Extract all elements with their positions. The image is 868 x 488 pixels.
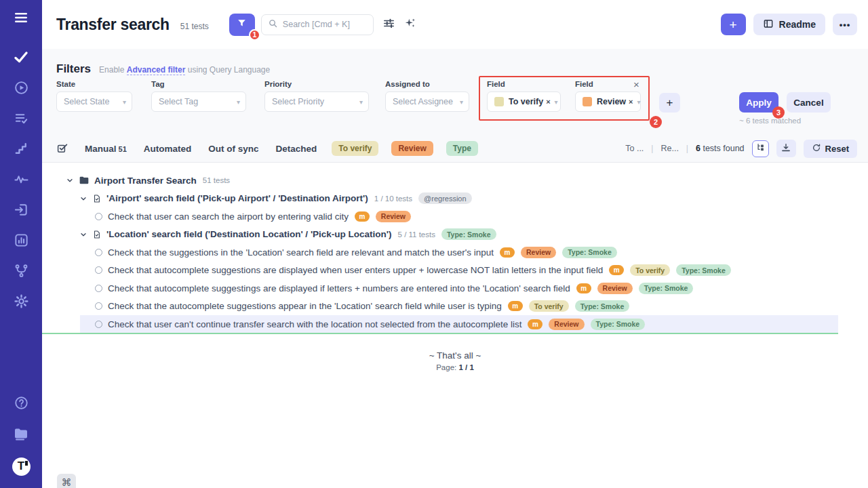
chevron-down-icon: ▾ [237,98,240,106]
chevron-down-icon: ▾ [359,98,363,106]
filter-group-priority: Priority Select Priority ▾ [264,80,369,112]
filter-group-field-2: Field Review × ▾ [575,80,641,112]
tree-row[interactable]: Check that user can search the airport b… [42,207,868,226]
tests-matched-text: ~ 6 tests matched [739,117,801,125]
test-circle-icon [95,321,102,328]
filters-panel: Filters Enable Advanced filter using Que… [42,49,868,163]
field-select-toverify[interactable]: To verify × ▾ [487,92,561,112]
sidebar-item-runs[interactable] [0,81,42,97]
suite-title: 'Airport' search field ('Pick-up Airport… [106,193,368,203]
tree-row[interactable]: Airport Transfer Search51 tests [42,171,868,190]
sidebar-item-help[interactable] [0,396,42,412]
remove-value-icon[interactable]: × [546,98,550,106]
annotation-step-badge: 3 [772,106,785,119]
sidebar-item-logo[interactable]: T [0,458,42,474]
sidebar-item-branches[interactable] [0,264,42,280]
sidebar: T [0,0,42,488]
tag-badge: To verify [529,300,569,312]
sidebar-item-docs[interactable] [0,427,42,443]
tree-view-icon [755,142,766,155]
pulse-icon [14,171,29,190]
command-shortcut-button[interactable]: ⌘ [57,474,76,488]
sidebar-item-import[interactable] [0,203,42,219]
sidebar-item-plans[interactable] [0,111,42,127]
filters-title-row: Filters Enable Advanced filter using Que… [56,62,270,76]
remove-field-filter-icon[interactable]: × [633,79,639,90]
select-all-icon[interactable] [56,142,68,155]
tree-row[interactable]: Check that user can't continue transfer … [42,315,868,333]
check-icon [13,49,29,68]
tag-badge: Review [376,211,411,222]
add-button[interactable]: + [721,14,746,35]
sidebar-item-settings[interactable] [0,294,42,310]
tag-badge: Type: Smoke [676,264,731,276]
tree-view-button[interactable] [752,140,769,157]
tree-row[interactable]: 'Location' search field ('Destination Lo… [42,226,868,244]
chevron-down-icon[interactable] [79,195,89,203]
manual-badge: m [500,247,515,258]
active-filter-truncated: Re... [660,144,678,153]
state-select[interactable]: Select State ▾ [56,92,132,112]
menu-icon [13,9,29,28]
chevron-down-icon[interactable] [79,230,89,239]
tree-row[interactable]: Check that the suggestions in the 'Locat… [42,243,868,262]
field-select-review[interactable]: Review × ▾ [575,92,641,112]
test-title: Check that autocomplete suggestings are … [108,283,570,293]
sidebar-item-menu[interactable] [0,11,42,27]
priority-select[interactable]: Select Priority ▾ [264,92,369,112]
steps-icon [14,141,29,159]
suite-title: 'Location' search field ('Destination Lo… [106,229,392,239]
cancel-button[interactable]: Cancel [787,92,831,113]
search-input[interactable] [283,20,367,29]
search-box[interactable] [261,14,374,35]
remove-value-icon[interactable]: × [629,98,633,106]
help-icon [14,395,29,413]
assignee-select[interactable]: Select Assignee ▾ [385,92,469,112]
add-filter-button[interactable]: + [659,93,680,113]
funnel-icon [236,18,248,31]
ai-button[interactable] [403,17,416,32]
tag-badge: Type: Smoke [441,228,496,240]
chip-to-verify[interactable]: To verify [332,141,378,156]
export-button[interactable] [776,140,796,157]
sidebar-item-reports[interactable] [0,233,42,249]
tab-manual[interactable]: Manual51 [85,144,127,154]
sidebar-item-tests[interactable] [0,50,42,66]
advanced-filter-link[interactable]: Advanced filter [127,65,186,75]
sparkles-icon [403,17,416,32]
app: T Transfer search 51 tests 1 + Readme ••… [0,0,868,488]
manual-badge: m [576,283,591,293]
chip-type[interactable]: Type [446,141,478,156]
filter-chips: To verify Review Type [332,141,478,156]
tag-badge: Type: Smoke [639,283,694,294]
reset-button[interactable]: Reset [804,140,857,158]
chip-review[interactable]: Review [391,141,433,156]
manual-badge: m [609,265,624,275]
tab-detached[interactable]: Detached [276,144,317,154]
tab-out-of-sync[interactable]: Out of sync [208,144,258,154]
tests-count-meta: 5 / 11 tests [398,230,435,239]
sidebar-item-steps[interactable] [0,142,42,158]
readme-button[interactable]: Readme [753,14,825,35]
tree-row[interactable]: 'Airport' search field ('Pick-up Airport… [42,190,868,208]
tree-row[interactable]: Check that autocomplete suggestions are … [42,262,868,280]
tag-select[interactable]: Select Tag ▾ [151,92,246,112]
filter-settings-button[interactable] [382,17,395,32]
branch-icon [14,263,29,281]
more-button[interactable]: ••• [833,14,857,35]
book-icon [763,18,774,31]
play-icon [14,80,29,98]
tree-row[interactable]: Check that autocomplete suggestings are … [42,279,868,298]
tab-automated[interactable]: Automated [144,144,192,154]
sidebar-bottom: T [0,396,42,474]
filter-button[interactable]: 1 [229,14,255,36]
chevron-down-icon[interactable] [66,176,75,184]
filter-group-assigned: Assigned to Select Assignee ▾ [385,80,469,112]
filter-count-badge: 1 [249,29,260,41]
sidebar-item-pulse[interactable] [0,172,42,188]
app-logo: T [12,458,31,476]
tree-row[interactable]: Check that the autocomplete suggestions … [42,298,868,316]
filters-subtitle: Enable Advanced filter using Query Langu… [99,65,270,75]
test-title: Check that user can search the airport b… [108,211,349,222]
manual-badge: m [508,301,523,311]
